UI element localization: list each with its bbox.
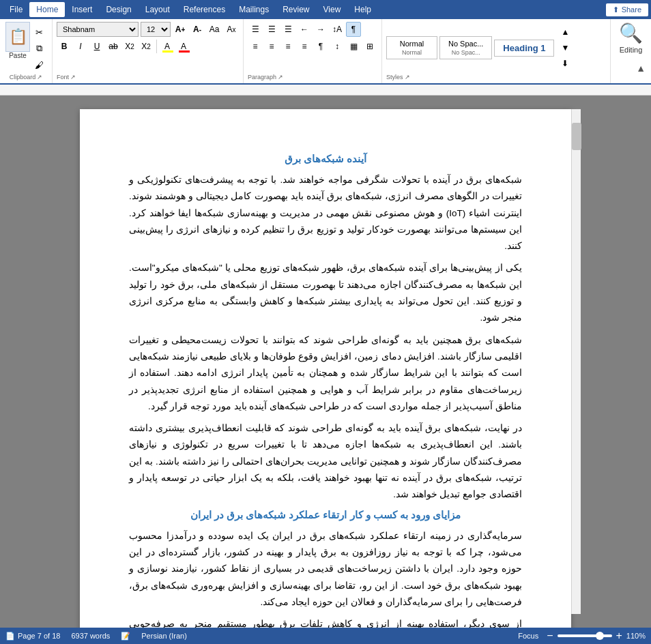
sort-button[interactable]: ↕A — [330, 22, 345, 37]
style-normal[interactable]: Normal Normal — [386, 36, 437, 59]
zoom-bar: − + 110% — [547, 630, 646, 642]
decrease-indent-button[interactable]: ← — [297, 22, 312, 37]
font-name-select[interactable]: Shabnam — [57, 22, 139, 37]
language-indicator: Persian (Iran) — [141, 632, 187, 640]
menu-layout[interactable]: Layout — [139, 2, 177, 17]
style-no-space[interactable]: No Spac... No Spac... — [439, 36, 492, 59]
rtl-button[interactable]: ¶ — [313, 39, 328, 54]
copy-button[interactable]: ⧉ — [31, 41, 46, 56]
change-case-button[interactable]: Aa — [207, 22, 222, 37]
editing-icon: 🔍 — [619, 22, 643, 44]
bullets-button[interactable]: ☰ — [248, 22, 263, 37]
menu-references[interactable]: References — [177, 2, 232, 17]
section1-para4: در نهایت، شبکه‌های برق آینده باید به گون… — [129, 420, 522, 503]
clipboard-expand-icon[interactable]: ↗ — [37, 74, 42, 80]
align-right-button[interactable]: ≡ — [280, 39, 295, 54]
document-scroll-area[interactable]: آینده شبکه‌های برق شبکه‌های برق در آینده… — [0, 96, 651, 628]
align-left-button[interactable]: ≡ — [248, 39, 263, 54]
style-heading1[interactable]: Heading 1 — [494, 40, 554, 57]
bold-button[interactable]: B — [57, 39, 72, 54]
styles-scroll-up[interactable]: ▲ — [558, 25, 573, 40]
paragraph-label: Paragraph ↗ — [248, 74, 377, 80]
section2-para2: از سوی دیگر، استفاده بهینه از انرژی و کا… — [129, 616, 522, 628]
share-icon: ⬆ — [613, 5, 619, 14]
numbering-button[interactable]: ☰ — [264, 22, 279, 37]
format-painter-button[interactable]: 🖌 — [31, 57, 46, 72]
scrollbar-thumb[interactable] — [572, 123, 581, 150]
ribbon-collapse-button[interactable]: ▲ — [636, 63, 646, 74]
menu-file[interactable]: File — [3, 2, 29, 17]
section1-para1: شبکه‌های برق در آینده با تحولات شگرفی مو… — [129, 172, 522, 254]
section1-para3: شبکه‌های برق همچنین باید به گونه‌ای طراح… — [129, 332, 522, 415]
document-wrapper: آینده شبکه‌های برق شبکه‌های برق در آینده… — [0, 85, 651, 628]
font-size-select[interactable]: 12 — [141, 22, 171, 37]
paragraph-expand-icon[interactable]: ↗ — [278, 74, 283, 80]
align-center-button[interactable]: ≡ — [264, 39, 279, 54]
vertical-scrollbar[interactable] — [571, 109, 581, 614]
highlight-button[interactable]: A — [160, 39, 175, 54]
menu-mailings[interactable]: Mailings — [232, 2, 276, 17]
page-indicator: 📄 Page 7 of 18 — [5, 632, 60, 641]
menu-insert[interactable]: Insert — [65, 2, 99, 17]
styles-scroll-down[interactable]: ▼ — [558, 40, 573, 55]
font-label: Font ↗ — [57, 74, 239, 80]
borders-button[interactable]: ⊞ — [362, 39, 377, 54]
strikethrough-button[interactable]: ab — [106, 39, 121, 54]
menu-review[interactable]: Review — [276, 2, 316, 17]
font-color-button[interactable]: A — [176, 39, 191, 54]
section1-para2: یکی از پیش‌بینی‌ها برای آینده شبکه‌های ب… — [129, 260, 522, 326]
underline-button[interactable]: U — [89, 39, 104, 54]
document-page: آینده شبکه‌های برق شبکه‌های برق در آینده… — [80, 109, 571, 628]
track-changes-icon: 📝 — [121, 632, 130, 641]
show-marks-button[interactable]: ¶ — [346, 22, 361, 37]
styles-expand-icon[interactable]: ↗ — [405, 74, 410, 80]
menu-help[interactable]: Help — [347, 2, 378, 17]
styles-label: Styles ↗ — [386, 74, 606, 80]
focus-button[interactable]: Focus — [518, 632, 538, 640]
word-count: 6937 words — [71, 632, 110, 640]
zoom-slider[interactable] — [558, 634, 612, 637]
menu-home[interactable]: Home — [29, 2, 65, 17]
styles-more[interactable]: ⬇ — [558, 56, 573, 71]
increase-indent-button[interactable]: → — [313, 22, 328, 37]
editing-label: Editing — [620, 46, 643, 54]
subscript-button[interactable]: X2 — [122, 39, 137, 54]
section2-para1: سرمایه‌گذاری در زمینه ارتقاء عملکرد شبکه… — [129, 528, 522, 611]
superscript-button[interactable]: X2 — [139, 39, 154, 54]
status-bar: 📄 Page 7 of 18 6937 words 📝 Persian (Ira… — [0, 628, 651, 644]
paste-button[interactable]: 📋 Paste — [5, 22, 30, 59]
shading-button[interactable]: ▦ — [346, 39, 361, 54]
ruler — [0, 85, 651, 96]
share-button[interactable]: ⬆ Share — [606, 3, 648, 16]
font-shrink-button[interactable]: A- — [190, 22, 205, 37]
multilevel-button[interactable]: ☰ — [280, 22, 295, 37]
font-expand-icon[interactable]: ↗ — [70, 74, 76, 80]
justify-button[interactable]: ≡ — [297, 39, 312, 54]
zoom-level: 110% — [626, 632, 646, 640]
section2-heading: مزایای ورود به کسب و کار ارتقاء عملکرد ش… — [129, 509, 522, 521]
page-icon: 📄 — [5, 632, 15, 641]
zoom-in-button[interactable]: + — [616, 630, 622, 642]
clear-format-button[interactable]: Ax — [224, 22, 239, 37]
line-spacing-button[interactable]: ↕ — [330, 39, 345, 54]
status-right: Focus − + 110% — [518, 630, 646, 642]
ribbon: 📋 Paste ✂ ⧉ 🖌 Clipboard ↗ Shabnam 12 A+ … — [0, 19, 651, 85]
font-grow-button[interactable]: A+ — [173, 22, 188, 37]
cut-button[interactable]: ✂ — [31, 25, 46, 40]
section1-heading: آینده شبکه‌های برق — [129, 153, 522, 165]
menu-design[interactable]: Design — [99, 2, 138, 17]
italic-button[interactable]: I — [73, 39, 88, 54]
menu-view[interactable]: View — [317, 2, 348, 17]
clipboard-label: Clipboard ↗ — [10, 74, 43, 80]
menu-bar: File Home Insert Design Layout Reference… — [0, 0, 651, 19]
zoom-out-button[interactable]: − — [547, 630, 553, 642]
editing-button[interactable]: 🔍 Editing — [619, 22, 643, 54]
